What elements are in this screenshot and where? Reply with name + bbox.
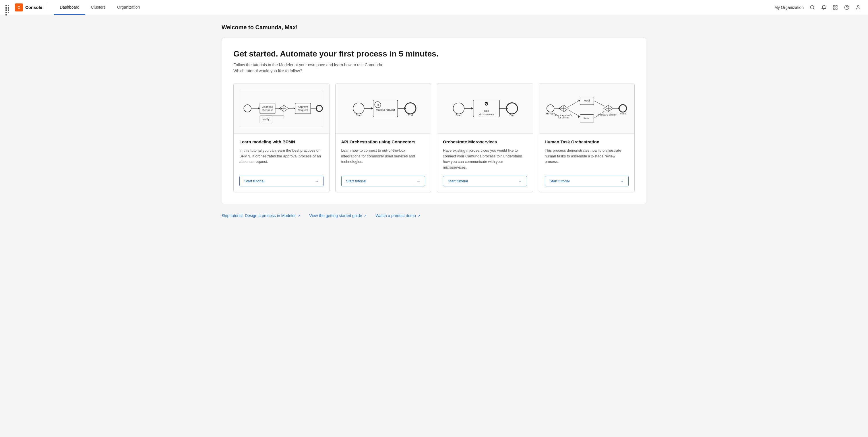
grid-menu-icon[interactable] <box>5 4 11 11</box>
nav-tab-clusters[interactable]: Clusters <box>85 0 112 15</box>
api-title: API Orchestration using Connectors <box>341 139 425 144</box>
svg-line-74 <box>594 101 604 106</box>
svg-text:Absence: Absence <box>262 105 273 108</box>
svg-marker-71 <box>578 115 580 118</box>
svg-marker-67 <box>578 100 580 102</box>
api-card-body: API Orchestration using Connectors Learn… <box>336 134 431 192</box>
svg-text:End: End <box>509 113 515 117</box>
svg-point-0 <box>810 5 814 9</box>
user-button[interactable] <box>853 2 863 12</box>
svg-line-66 <box>568 101 579 107</box>
svg-point-55 <box>506 103 518 114</box>
svg-marker-48 <box>471 107 473 110</box>
svg-text:⚙: ⚙ <box>484 101 489 107</box>
get-started-card: Get started. Automate your first process… <box>222 38 646 204</box>
main-content: Welcome to Camunda, Max! Get started. Au… <box>210 15 658 227</box>
human-task-start-button[interactable]: Start tutorial → <box>545 176 629 187</box>
svg-point-57 <box>547 105 554 112</box>
footer-links: Skip tutorial. Design a process in Model… <box>222 213 646 218</box>
bpmn-title: Learn modeling with BPMN <box>239 139 323 144</box>
brand: C Console <box>15 3 42 11</box>
svg-rect-3 <box>836 5 837 7</box>
human-task-title: Human Task Orchestration <box>545 139 629 144</box>
bpmn-card-body: Learn modeling with BPMN In this tutoria… <box>234 134 329 192</box>
svg-line-1 <box>813 8 814 9</box>
getting-started-label: View the getting started guide <box>309 213 362 218</box>
svg-text:Request: Request <box>262 108 273 111</box>
microservices-title: Orchestrate Microservices <box>443 139 527 144</box>
api-description: Learn how to connect to out-of-the-box i… <box>341 148 425 170</box>
search-button[interactable] <box>807 2 817 12</box>
svg-text:Microservice: Microservice <box>479 113 494 116</box>
svg-text:Request: Request <box>298 108 308 111</box>
svg-text:Salad: Salad <box>583 117 590 120</box>
svg-point-8 <box>857 5 859 7</box>
microservices-card-body: Orchestrate Microservices Have existing … <box>437 134 533 192</box>
nav-tab-dashboard[interactable]: Dashboard <box>54 0 85 15</box>
svg-marker-12 <box>258 107 260 109</box>
svg-text:Call: Call <box>484 109 489 112</box>
nav-left: C Console Dashboard Clusters Organizatio… <box>5 0 774 15</box>
hero-subtitle: Follow the tutorials in the Modeler at y… <box>234 62 634 74</box>
svg-point-82 <box>619 105 626 112</box>
tutorial-card-api: Start R Make a request <box>335 83 431 192</box>
tutorials-grid: Absence Request Appr <box>234 83 634 192</box>
help-button[interactable] <box>842 2 852 12</box>
svg-text:for dinner: for dinner <box>558 116 570 119</box>
tutorial-card-microservices: Start ⚙ Call Microservice <box>437 83 533 192</box>
getting-started-link[interactable]: View the getting started guide ↗ <box>309 213 366 218</box>
svg-text:Make a request: Make a request <box>376 108 395 111</box>
svg-rect-5 <box>836 8 837 9</box>
svg-rect-4 <box>833 8 835 9</box>
human-task-card-body: Human Task Orchestration This process de… <box>539 134 634 192</box>
external-link-icon-demo: ↗ <box>417 214 420 217</box>
api-start-button[interactable]: Start tutorial → <box>341 176 425 187</box>
svg-text:Hiate: Hiate <box>619 112 626 115</box>
svg-marker-36 <box>371 107 373 110</box>
svg-point-45 <box>453 103 464 114</box>
svg-text:Start: Start <box>355 113 362 117</box>
svg-marker-22 <box>293 107 295 109</box>
svg-point-43 <box>405 103 416 114</box>
external-link-icon-skip: ↗ <box>298 214 300 217</box>
svg-text:Hungry: Hungry <box>546 112 555 115</box>
svg-text:Approve: Approve <box>298 105 308 108</box>
bpmn-description: In this tutorial you can learn the best … <box>239 148 323 170</box>
external-link-icon-guide: ↗ <box>364 214 367 217</box>
brand-logo: C <box>15 3 23 11</box>
svg-text:Meal: Meal <box>584 99 590 102</box>
top-navigation: C Console Dashboard Clusters Organizatio… <box>0 0 868 15</box>
svg-point-10 <box>244 105 251 112</box>
nav-divider <box>48 3 48 11</box>
microservices-description: Have existing microservices you would li… <box>443 148 527 170</box>
skip-tutorial-label: Skip tutorial. Design a process in Model… <box>222 213 296 218</box>
svg-point-33 <box>353 103 364 114</box>
product-demo-link[interactable]: Watch a product demo ↗ <box>376 213 420 218</box>
product-demo-label: Watch a product demo <box>376 213 416 218</box>
org-name: My Organization <box>774 5 804 10</box>
microservices-start-button[interactable]: Start tutorial → <box>443 176 527 187</box>
hero-title: Get started. Automate your first process… <box>234 49 634 59</box>
brand-name: Console <box>25 5 42 10</box>
microservices-diagram: Start ⚙ Call Microservice <box>437 83 533 134</box>
api-diagram: Start R Make a request <box>336 83 431 134</box>
skip-tutorial-link[interactable]: Skip tutorial. Design a process in Model… <box>222 213 300 218</box>
svg-text:End: End <box>408 113 413 117</box>
tutorial-card-bpmn: Absence Request Appr <box>234 83 330 192</box>
page-welcome-heading: Welcome to Camunda, Max! <box>222 24 646 31</box>
svg-text:Start: Start <box>456 113 462 117</box>
svg-text:R: R <box>377 103 379 106</box>
svg-text:Prepare dinner: Prepare dinner <box>598 113 617 116</box>
bpmn-start-button[interactable]: Start tutorial → <box>239 176 323 187</box>
grid-view-button[interactable] <box>830 2 840 12</box>
notifications-button[interactable] <box>818 2 829 12</box>
tutorial-card-human-task: Hungry Decide what's for dinner <box>539 83 635 192</box>
svg-text:Notify: Notify <box>262 117 270 121</box>
nav-tab-organization[interactable]: Organization <box>112 0 146 15</box>
nav-right: My Organization <box>774 2 863 12</box>
bpmn-diagram: Absence Request Appr <box>234 83 329 134</box>
human-task-diagram: Hungry Decide what's for dinner <box>539 83 634 134</box>
human-task-description: This process demonstrates how to orchest… <box>545 148 629 170</box>
svg-rect-2 <box>833 5 835 7</box>
nav-tabs: Dashboard Clusters Organization <box>54 0 146 15</box>
